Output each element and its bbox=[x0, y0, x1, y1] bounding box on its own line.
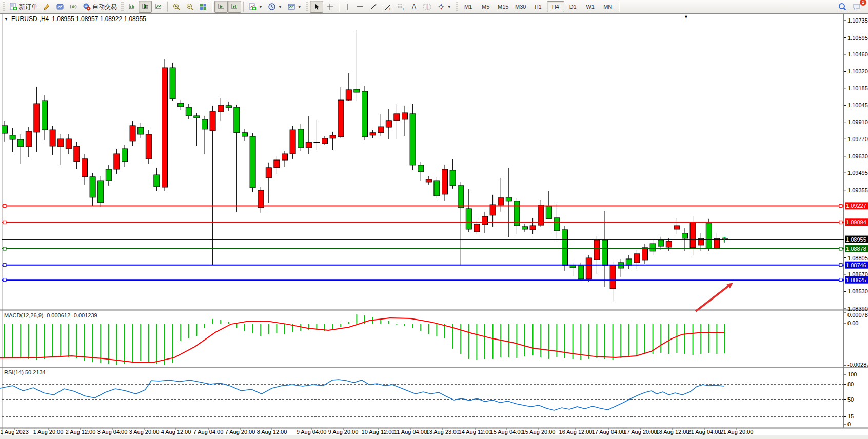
chevron-down-icon: ▼ bbox=[447, 5, 451, 9]
fibonacci-tool-button[interactable]: F bbox=[394, 1, 408, 13]
timeframe-m30-button[interactable]: M30 bbox=[512, 1, 529, 12]
timeframe-m1-button[interactable]: M1 bbox=[460, 1, 477, 12]
chart-canvas[interactable]: 1.107351.105951.104601.103201.101851.100… bbox=[0, 14, 868, 439]
toolbar-grip[interactable] bbox=[456, 2, 458, 11]
toolbar-separator bbox=[212, 2, 212, 12]
timeframe-m5-button[interactable]: M5 bbox=[477, 1, 495, 12]
time-axis: 1 Aug 20231 Aug 20:002 Aug 12:003 Aug 04… bbox=[0, 428, 753, 435]
zoom-out-icon bbox=[186, 3, 194, 11]
svg-text:1.08625: 1.08625 bbox=[846, 277, 866, 283]
svg-text:1 Aug 2023: 1 Aug 2023 bbox=[0, 429, 29, 435]
cursor-tool-button[interactable] bbox=[310, 1, 323, 13]
svg-text:13 Aug 23:00: 13 Aug 23:00 bbox=[426, 429, 460, 435]
chart-shift-button[interactable] bbox=[228, 1, 241, 13]
svg-text:9 Aug 20:00: 9 Aug 20:00 bbox=[328, 429, 359, 435]
svg-text:-0.002871: -0.002871 bbox=[847, 362, 868, 368]
timeframe-w1-button[interactable]: W1 bbox=[582, 1, 599, 12]
notification-badge: 1 bbox=[860, 0, 866, 6]
styler-button[interactable] bbox=[40, 1, 53, 13]
profiles-button[interactable] bbox=[53, 1, 67, 13]
svg-text:9 Aug 04:00: 9 Aug 04:00 bbox=[297, 429, 327, 435]
arrows-dropdown-button[interactable]: ▼ bbox=[435, 1, 454, 13]
svg-text:15 Aug 04:00: 15 Aug 04:00 bbox=[490, 429, 524, 435]
svg-text:10 Aug 12:00: 10 Aug 12:00 bbox=[362, 429, 395, 435]
auto-trading-button[interactable]: 自动交易 bbox=[80, 1, 120, 13]
timeframe-h4-button[interactable]: H4 bbox=[547, 1, 564, 12]
search-button[interactable] bbox=[835, 1, 850, 13]
vertical-line-tool-button[interactable] bbox=[341, 1, 353, 13]
auto-trading-label: 自动交易 bbox=[92, 3, 117, 11]
chart-window[interactable]: ▼ EURUSD-,H4 1.08955 1.08957 1.08922 1.0… bbox=[0, 14, 868, 439]
crayon-icon bbox=[43, 3, 51, 11]
text-icon: A bbox=[410, 3, 418, 11]
svg-text:1 Aug 20:00: 1 Aug 20:00 bbox=[33, 429, 64, 435]
timeframe-d1-button[interactable]: D1 bbox=[564, 1, 582, 12]
horizontal-line-icon bbox=[356, 3, 364, 11]
timeframe-h1-button[interactable]: H1 bbox=[529, 1, 547, 12]
svg-text:1.08955: 1.08955 bbox=[846, 236, 866, 243]
toolbar-separator bbox=[619, 2, 619, 12]
svg-text:80: 80 bbox=[847, 381, 854, 387]
svg-text:1.09495: 1.09495 bbox=[847, 170, 868, 176]
zoom-in-button[interactable] bbox=[170, 1, 183, 13]
svg-text:0: 0 bbox=[847, 421, 851, 427]
svg-text:1.10460: 1.10460 bbox=[847, 51, 868, 57]
svg-text:1.09910: 1.09910 bbox=[847, 119, 868, 125]
trendline-tool-button[interactable] bbox=[367, 1, 380, 13]
auto-scroll-button[interactable] bbox=[214, 1, 228, 13]
new-order-label: 新订单 bbox=[19, 3, 37, 11]
add-indicator-icon bbox=[248, 3, 257, 11]
line-chart-mode-button[interactable] bbox=[152, 1, 165, 13]
svg-text:3 Aug 20:00: 3 Aug 20:00 bbox=[129, 429, 160, 435]
svg-text:1.10595: 1.10595 bbox=[847, 35, 868, 41]
toolbar-grip[interactable] bbox=[3, 2, 5, 11]
svg-text:1.10320: 1.10320 bbox=[847, 68, 868, 74]
text-label-tool-button[interactable]: T bbox=[420, 1, 435, 13]
cursor-icon bbox=[312, 3, 321, 11]
notifications-button[interactable]: 1 bbox=[850, 1, 864, 13]
collapse-triangle-icon[interactable]: ▼ bbox=[4, 17, 8, 22]
new-order-icon bbox=[9, 3, 17, 11]
svg-text:7 Aug 04:00: 7 Aug 04:00 bbox=[193, 429, 224, 435]
text-tool-button[interactable]: A bbox=[408, 1, 420, 13]
zoom-out-button[interactable] bbox=[183, 1, 196, 13]
toolbar-grip[interactable] bbox=[306, 2, 308, 11]
signals-button[interactable] bbox=[67, 1, 80, 13]
svg-text:21 Aug 04:00: 21 Aug 04:00 bbox=[688, 429, 721, 435]
tile-windows-button[interactable] bbox=[196, 1, 210, 13]
toolbar-grip[interactable] bbox=[121, 2, 124, 11]
timeframe-mn-button[interactable]: MN bbox=[599, 1, 617, 12]
chart-title-row: ▼ EURUSD-,H4 1.08955 1.08957 1.08922 1.0… bbox=[4, 15, 146, 23]
svg-text:1.08390: 1.08390 bbox=[847, 306, 868, 312]
toolbar-separator bbox=[339, 2, 339, 12]
crosshair-tool-button[interactable] bbox=[323, 1, 337, 13]
window-corner-marker-icon[interactable]: ▼ bbox=[684, 14, 688, 19]
svg-text:17 Aug 20:00: 17 Aug 20:00 bbox=[624, 429, 657, 435]
chevron-down-icon: ▼ bbox=[278, 5, 282, 9]
svg-text:50: 50 bbox=[847, 396, 854, 403]
candlestick-mode-button[interactable] bbox=[139, 1, 152, 13]
svg-text:3 Aug 04:00: 3 Aug 04:00 bbox=[97, 429, 128, 435]
svg-text:1.10045: 1.10045 bbox=[847, 102, 868, 108]
macd-pane: 0.000780.00-0.002871 bbox=[0, 312, 868, 368]
toolbar-separator bbox=[243, 2, 244, 12]
svg-text:1.10735: 1.10735 bbox=[847, 17, 868, 24]
svg-text:1.09227: 1.09227 bbox=[846, 203, 866, 209]
equidistant-channel-tool-button[interactable]: E bbox=[380, 1, 394, 13]
toolbar: 新订单 自动交易 bbox=[0, 0, 868, 14]
clock-icon bbox=[268, 3, 276, 11]
bar-chart-mode-button[interactable] bbox=[125, 1, 139, 13]
indicators-dropdown-button[interactable]: ▼ bbox=[246, 1, 265, 13]
templates-dropdown-button[interactable]: ▼ bbox=[285, 1, 304, 13]
chart-symbol-title: EURUSD-,H4 bbox=[11, 15, 49, 23]
macd-indicator-name: MACD(12,26,9) bbox=[4, 312, 43, 318]
horizontal-line-tool-button[interactable] bbox=[353, 1, 367, 13]
chart-shift-icon bbox=[230, 3, 239, 11]
svg-text:1.09630: 1.09630 bbox=[847, 153, 868, 159]
profile-chart-icon bbox=[56, 3, 64, 11]
macd-indicator-values: -0.000612 -0.001239 bbox=[45, 312, 97, 318]
periods-dropdown-button[interactable]: ▼ bbox=[265, 1, 285, 13]
timeframe-m15-button[interactable]: M15 bbox=[495, 1, 512, 12]
svg-text:16 Aug 12:00: 16 Aug 12:00 bbox=[559, 429, 593, 435]
new-order-button[interactable]: 新订单 bbox=[7, 1, 40, 13]
